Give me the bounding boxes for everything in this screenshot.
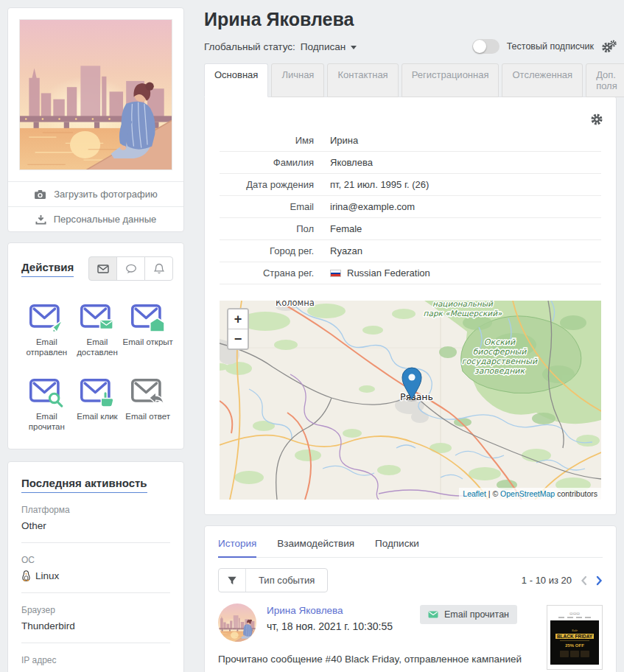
global-status-label: Глобальный статус: [204,41,295,52]
fields-settings-button[interactable] [591,113,603,128]
personal-data-label: Персональные данные [54,214,157,225]
tab-otslezhennaya[interactable]: Отслеженная [502,63,583,97]
tab-vzaimodeystviya[interactable]: Взаимодействия [277,538,354,557]
history-event-text: Прочитано сообщение #40 Black Friday, от… [218,654,535,665]
tab-dop-polya[interactable]: Доп. поля [586,63,624,97]
action-email-read[interactable]: Email прочитан [21,377,72,433]
channel-push-button[interactable] [144,256,173,281]
chevron-down-icon [351,46,357,49]
action-email-sent[interactable]: Email отправлен [21,303,72,358]
tab-kontaktnaya[interactable]: Контактная [327,63,398,97]
platform-value: Other [21,520,170,531]
page-title: Ирина Яковлева [204,9,617,30]
email-click-icon [80,377,114,407]
global-status-dropdown[interactable]: Подписан [301,41,357,52]
last-activity-title: Последняя активность [21,477,147,493]
map-attribution: Leaflet | © OpenStreetMap contributors [459,488,601,500]
next-page-button[interactable] [596,575,603,586]
location-map[interactable]: Коломна Рязань национальный парк «Мещерс… [220,301,601,500]
history-contact-link[interactable]: Ирина Яковлева [267,605,393,616]
last-activity-card: Последняя активность Платформа Other ОС … [7,461,184,672]
os-label: ОС [21,555,170,565]
history-item: Ирина Яковлева чт, 18 ноя. 2021 г. 10:30… [218,603,603,672]
map-label-kolomna: Коломна [276,301,315,308]
photo-wrap [8,8,183,181]
event-type-badge: Email прочитан [420,605,517,624]
action-email-delivered[interactable]: Email доставлен [72,303,123,358]
map-label-reserve-2: биосферный [473,347,527,357]
history-card: История Взаимодействия Подписки Тип собы… [204,525,617,672]
main-content: Ирина Яковлева Глобальный статус: Подпис… [204,7,617,672]
funnel-icon [219,569,246,592]
history-tabs: История Взаимодействия Подписки [218,538,603,558]
prev-page-button[interactable] [581,575,587,586]
test-subscriber-toggle[interactable] [472,39,499,54]
personal-data-button[interactable]: Персональные данные [8,206,183,231]
email-read-icon [29,377,63,407]
action-email-click[interactable]: Email клик [72,377,123,433]
channel-chat-button[interactable] [116,256,145,281]
upload-photo-label: Загрузить фотографию [54,189,158,200]
field-row-gender: Пол Female [220,218,601,240]
avatar [218,603,256,642]
os-value: Linux [21,570,170,581]
russia-flag-icon [330,270,341,277]
preview-header: ▭▭▭ [550,609,599,620]
map-label-reserve-1: Окский [484,337,516,347]
actions-card: Действия [7,242,184,449]
envelope-icon [428,611,438,618]
action-email-opened[interactable]: Email открыт [122,303,173,358]
pagination-range: 1 - 10 из 20 [522,575,572,586]
preview-subtitle: 25% OFF [565,643,584,648]
field-row-country: Страна рег. Russian Federation [220,262,601,284]
email-sent-icon [29,303,63,333]
profile-details-card: Имя Ирина Фамилия Яковлева Дата рождения… [204,97,617,515]
browser-label: Браузер [21,605,170,615]
action-email-reply[interactable]: Email ответ [122,377,173,433]
event-type-filter[interactable]: Тип события [218,568,328,592]
field-row-birthdate: Дата рождения пт, 21 июл. 1995 г. (26) [220,174,601,196]
profile-tabs: Основная Личная Контактная Регистрационн… [204,63,617,97]
event-type-filter-label: Тип события [246,569,327,592]
email-actions-grid: Email отправлен Email доставлен [21,303,173,433]
email-opened-icon [131,303,165,333]
contact-profile-page: Загрузить фотографию Персональные данные… [0,0,624,672]
chat-bubble-icon [125,264,137,274]
tab-osnovnaya[interactable]: Основная [204,63,268,97]
upload-photo-button[interactable]: Загрузить фотографию [8,181,183,206]
bell-icon [154,263,164,274]
osm-link[interactable]: OpenStreetMap [500,489,555,498]
email-preview-thumbnail[interactable]: ▭▭▭ Sale BLACK FRIDAY 25% OFF [547,605,603,670]
platform-label: Платформа [21,505,170,515]
map-label-reserve-4: заповедник [474,366,526,376]
profile-photo-image [20,20,172,169]
gear-icon [591,113,603,125]
tab-lichnaya[interactable]: Личная [271,63,324,97]
settings-gears-icon[interactable] [601,40,617,53]
test-subscriber-label: Тестовый подписчик [507,41,594,52]
field-row-name: Имя Ирина [220,130,601,152]
map-tiles: Коломна Рязань национальный парк «Мещерс… [220,301,601,500]
chevron-right-icon [596,575,603,586]
field-row-city: Город рег. Ryazan [220,240,601,262]
map-label-park-2: парк «Мещерский» [424,309,502,318]
email-reply-icon [131,377,165,407]
map-label-reserve-3: государственный [462,357,538,366]
sidebar: Загрузить фотографию Персональные данные… [7,7,184,672]
preview-body: Sale BLACK FRIDAY 25% OFF [550,620,599,665]
channel-email-button[interactable] [88,256,117,281]
zoom-out-button[interactable]: − [228,329,248,349]
tab-istoriya[interactable]: История [218,538,256,558]
zoom-in-button[interactable]: + [228,309,248,329]
linux-icon [21,570,31,581]
divider [21,592,170,593]
map-zoom-control: + − [227,308,249,350]
tab-podpiski[interactable]: Подписки [375,538,419,557]
pagination: 1 - 10 из 20 [522,575,603,586]
preview-title: BLACK FRIDAY [555,634,594,639]
browser-value: Thunderbird [21,620,170,631]
profile-photo [19,19,172,170]
divider [21,542,170,543]
leaflet-link[interactable]: Leaflet [463,489,486,498]
tab-registracionnaya[interactable]: Регистрационная [402,63,499,97]
